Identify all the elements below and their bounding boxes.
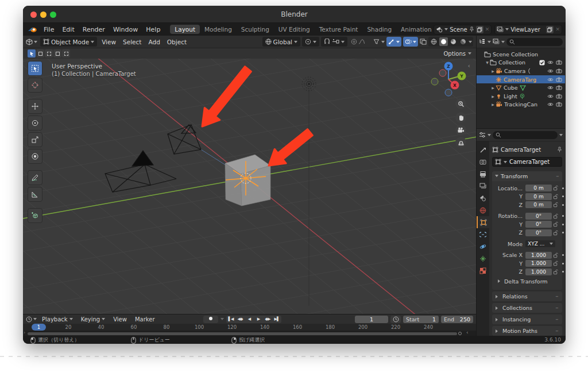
- viewport-menu-select[interactable]: Select: [119, 39, 145, 45]
- timeline-editor-icon[interactable]: [26, 316, 32, 323]
- outliner-row-collection[interactable]: ▼ Collection: [477, 59, 565, 67]
- tool-select-box[interactable]: [36, 49, 44, 57]
- timeline-menu-playback[interactable]: Playback: [38, 316, 77, 323]
- frame-start-field[interactable]: Start1: [403, 316, 439, 323]
- properties-data-tab[interactable]: [477, 252, 489, 264]
- play-reverse-button[interactable]: ◀: [245, 317, 254, 321]
- properties-tool-tab[interactable]: [477, 144, 489, 156]
- workspace-tab-sculpting[interactable]: Sculpting: [237, 25, 274, 34]
- orientation-selector[interactable]: Global: [262, 37, 301, 47]
- mode-selector[interactable]: Object Mode: [40, 37, 97, 47]
- value-field[interactable]: 0 m: [525, 193, 552, 200]
- panel-motion-paths[interactable]: Motion Paths ┅: [492, 326, 562, 336]
- eye-icon[interactable]: [547, 68, 554, 74]
- panel-relations[interactable]: Relations ┅: [492, 291, 562, 301]
- transform-tool[interactable]: [28, 149, 42, 164]
- eye-icon[interactable]: [547, 76, 554, 83]
- prev-keyframe-button[interactable]: ◀◆: [235, 317, 245, 321]
- properties-scene-tab[interactable]: [477, 192, 489, 204]
- eye-icon[interactable]: [547, 59, 554, 66]
- panel-instancing[interactable]: Instancing ┅: [492, 314, 562, 324]
- annotate-tool[interactable]: [28, 170, 42, 185]
- camera-toggle-icon[interactable]: [556, 101, 562, 108]
- workspace-tab-animation[interactable]: Animation: [396, 25, 434, 34]
- expand-icon[interactable]: ▶: [490, 94, 496, 98]
- eye-icon[interactable]: [547, 85, 554, 91]
- animate-dot[interactable]: [562, 224, 564, 225]
- animate-dot[interactable]: [562, 195, 564, 197]
- jump-to-end-button[interactable]: ▶▌: [272, 317, 281, 321]
- pivot-selector[interactable]: [302, 37, 319, 47]
- viewlayer-selector[interactable]: ViewLayer ✕: [494, 25, 562, 34]
- expand-icon[interactable]: ▶: [490, 86, 496, 90]
- viewport-menu-object[interactable]: Object: [164, 39, 190, 45]
- cursor-tool[interactable]: [28, 78, 42, 93]
- animate-dot[interactable]: [562, 271, 564, 273]
- scale-tool[interactable]: [28, 132, 42, 147]
- timeline-menu-keying[interactable]: Keying: [77, 316, 110, 323]
- properties-object-tab[interactable]: [477, 216, 489, 228]
- outliner-row-scene-collection[interactable]: Scene Collection: [477, 50, 565, 59]
- shading-rendered-icon[interactable]: [459, 37, 467, 46]
- frame-end-field[interactable]: End250: [441, 316, 473, 323]
- lock-icon[interactable]: [552, 260, 560, 266]
- outliner-row-cube[interactable]: ▶ Cube: [477, 83, 565, 92]
- viewport-canvas[interactable]: Z Y X: [23, 48, 476, 314]
- camera-toggle-icon[interactable]: [556, 76, 562, 83]
- editor-3d-icon[interactable]: [26, 39, 33, 45]
- timeline-menu-view[interactable]: View: [109, 316, 131, 323]
- delta-transform-panel[interactable]: Delta Transform: [492, 276, 562, 286]
- new-scene-button[interactable]: [476, 26, 483, 33]
- outliner-row-camera[interactable]: ▶ Camera: [477, 67, 565, 75]
- tool-tweak[interactable]: [28, 49, 36, 57]
- animate-dot[interactable]: [562, 215, 564, 217]
- value-field[interactable]: 0°: [525, 221, 552, 228]
- workspace-tab-modeling[interactable]: Modeling: [200, 25, 237, 34]
- properties-search-input[interactable]: [493, 131, 558, 139]
- show-overlays-toggle[interactable]: [403, 37, 418, 47]
- next-keyframe-button[interactable]: ◆▶: [263, 317, 272, 321]
- menu-edit[interactable]: Edit: [58, 26, 78, 33]
- value-field[interactable]: 1.000: [525, 260, 552, 267]
- workspace-tab-layout[interactable]: Layout: [170, 25, 200, 34]
- properties-render-tab[interactable]: [477, 156, 489, 168]
- viewport-menu-add[interactable]: Add: [145, 39, 163, 45]
- timeline-menu-marker[interactable]: Marker: [131, 316, 159, 323]
- properties-editor-icon[interactable]: [479, 132, 486, 138]
- lock-icon[interactable]: [552, 269, 560, 275]
- scene-selector[interactable]: Scene ✕: [434, 25, 492, 34]
- outliner-row-cameratarg[interactable]: CameraTarg: [477, 75, 565, 84]
- workspace-tab-uv-editing[interactable]: UV Editing: [274, 25, 315, 34]
- grid-toggle-icon[interactable]: [455, 137, 466, 148]
- properties-constraints-tab[interactable]: [477, 228, 489, 240]
- scrollbar-zoom-handle[interactable]: [458, 332, 462, 335]
- object-name-field[interactable]: CameraTarget: [492, 157, 562, 167]
- animate-dot[interactable]: [562, 204, 564, 206]
- tool-select-lasso[interactable]: [53, 49, 61, 57]
- value-field[interactable]: 0 m: [525, 201, 552, 208]
- rotation-mode-dropdown[interactable]: XYZ ...: [525, 240, 555, 247]
- value-field[interactable]: 1.000: [525, 252, 552, 259]
- pin-icon[interactable]: [469, 26, 474, 32]
- expand-icon[interactable]: ▼: [485, 60, 490, 64]
- current-frame-field[interactable]: 1: [355, 316, 388, 323]
- sidebar-collapse-icon[interactable]: ‹: [468, 62, 470, 70]
- jump-to-start-button[interactable]: ▌◀: [226, 317, 235, 321]
- lock-icon[interactable]: [552, 230, 560, 236]
- shading-solid-icon[interactable]: [439, 37, 448, 46]
- menu-file[interactable]: File: [40, 26, 58, 33]
- properties-viewlayer-tab[interactable]: [477, 180, 489, 192]
- camera-view-icon[interactable]: [455, 125, 466, 136]
- xray-toggle-icon[interactable]: [420, 39, 427, 45]
- panel-collections[interactable]: Collections ┅: [492, 303, 562, 313]
- properties-physics-tab[interactable]: [477, 240, 489, 252]
- workspace-tab-shading[interactable]: Shading: [362, 25, 396, 34]
- select-box-tool[interactable]: [28, 61, 42, 76]
- lock-icon[interactable]: [552, 202, 560, 208]
- workspace-tab-texture-paint[interactable]: Texture Paint: [315, 25, 363, 34]
- options-dropdown[interactable]: Options: [443, 51, 471, 57]
- animate-dot[interactable]: [562, 232, 564, 233]
- camera-toggle-icon[interactable]: [556, 68, 562, 74]
- camera-toggle-icon[interactable]: [556, 59, 562, 66]
- outliner-editor-icon[interactable]: [479, 39, 486, 45]
